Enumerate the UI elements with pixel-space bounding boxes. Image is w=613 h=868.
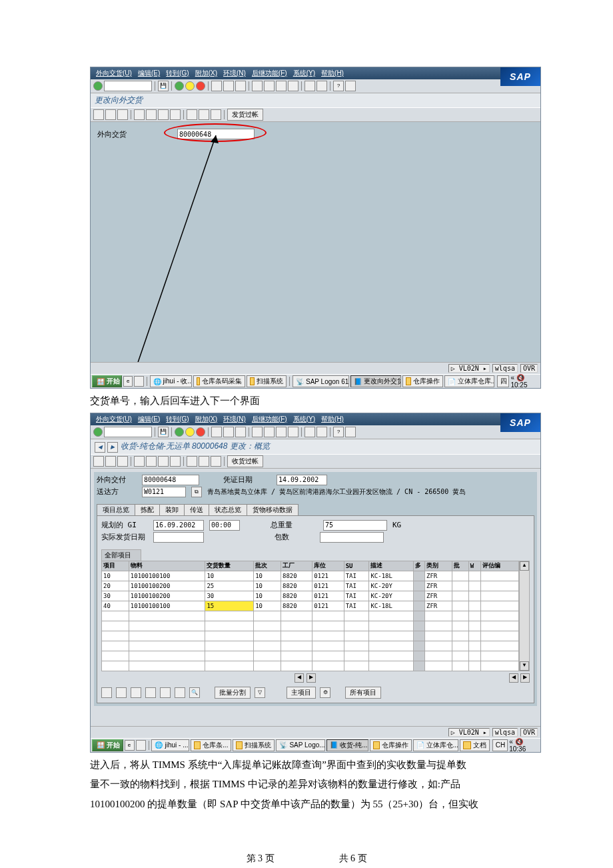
start-button[interactable]: 🪟 开始 — [92, 375, 122, 387]
table-row[interactable] — [102, 641, 519, 651]
menu-delivery[interactable]: 外向交货(U) — [96, 69, 132, 78]
col-header[interactable]: SU — [344, 561, 369, 571]
table-cell[interactable] — [312, 611, 344, 621]
menu-subseq[interactable]: 后继功能(F) — [252, 415, 287, 424]
table-cell[interactable] — [414, 661, 425, 671]
table-cell[interactable]: 15 — [205, 601, 254, 611]
quicklaunch-ie-icon[interactable]: e — [123, 376, 133, 387]
menu-goto[interactable]: 转到(G) — [166, 69, 189, 78]
table-cell[interactable] — [312, 641, 344, 651]
table-cell[interactable] — [425, 611, 452, 621]
table-cell[interactable] — [102, 641, 129, 651]
table-cell[interactable] — [452, 661, 468, 671]
table-cell[interactable] — [129, 621, 205, 631]
scroll-right-icon[interactable]: ▶ — [520, 673, 530, 683]
table-cell[interactable]: TAI — [344, 591, 369, 601]
delivery-field[interactable] — [142, 475, 199, 485]
new-session-icon[interactable] — [305, 81, 315, 91]
tb-icon-3[interactable] — [117, 109, 128, 120]
tb-icon-4[interactable] — [134, 109, 145, 120]
table-cell[interactable] — [254, 611, 281, 621]
table-cell[interactable]: 30 — [102, 591, 129, 601]
table-cell[interactable]: ZFR — [425, 591, 452, 601]
table-cell[interactable] — [452, 601, 468, 611]
table-cell[interactable] — [468, 621, 480, 631]
table-cell[interactable]: ZFR — [425, 581, 452, 591]
table-cell[interactable]: 10100100200 — [129, 591, 205, 601]
scroll-down-icon[interactable]: ▼ — [520, 661, 529, 671]
table-cell[interactable]: 20 — [102, 581, 129, 591]
task-item[interactable]: 仓库操作 — [370, 739, 412, 751]
table-cell[interactable] — [344, 651, 369, 661]
packages-field[interactable] — [320, 532, 384, 543]
post-goods-issue-button[interactable]: 发货过帐 — [227, 109, 263, 121]
table-cell[interactable]: KC-20Y — [369, 591, 414, 601]
table-cell[interactable]: 8820 — [281, 591, 312, 601]
enter-icon[interactable] — [93, 427, 103, 437]
tb-icon[interactable] — [134, 456, 145, 467]
table-cell[interactable] — [414, 621, 425, 631]
tab-transport[interactable]: 传送 — [184, 504, 209, 515]
next-page-icon[interactable] — [276, 427, 287, 437]
table-cell[interactable] — [344, 641, 369, 651]
save-icon[interactable]: 💾 — [158, 427, 169, 437]
table-cell[interactable]: 10 — [254, 571, 281, 581]
table-cell[interactable]: 25 — [205, 581, 254, 591]
table-cell[interactable] — [344, 621, 369, 631]
table-row[interactable] — [102, 651, 519, 661]
col-header[interactable]: 类别 — [425, 561, 452, 571]
table-row[interactable] — [102, 621, 519, 631]
findnext-icon[interactable] — [235, 81, 246, 91]
task-item[interactable]: 📡 SAP Logon 610 — [293, 375, 349, 387]
batch-split-button[interactable]: 批量分割 — [215, 687, 251, 699]
table-cell[interactable] — [281, 641, 312, 651]
table-cell[interactable] — [129, 631, 205, 641]
btn-icon[interactable] — [145, 687, 156, 698]
table-cell[interactable] — [102, 661, 129, 671]
tab-goods-movement[interactable]: 货物移动数据 — [247, 504, 299, 515]
table-cell[interactable] — [414, 571, 425, 581]
table-cell[interactable] — [481, 611, 519, 621]
menu-env[interactable]: 环境(N) — [223, 69, 246, 78]
task-item[interactable]: 🌐jihui - ... — [151, 739, 189, 751]
tb-icon[interactable] — [158, 456, 169, 467]
table-cell[interactable] — [414, 641, 425, 651]
col-header[interactable]: 交货数量 — [205, 561, 254, 571]
task-item[interactable]: 文档 — [460, 739, 489, 751]
table-cell[interactable] — [205, 651, 254, 661]
table-cell[interactable] — [425, 651, 452, 661]
find-icon[interactable] — [223, 427, 234, 437]
task-item-active[interactable]: 📘收货-纯... — [326, 739, 368, 751]
menu-edit[interactable]: 编辑(E) — [138, 415, 160, 424]
last-page-icon[interactable] — [288, 427, 299, 437]
print-icon[interactable] — [211, 427, 222, 437]
table-cell[interactable] — [254, 641, 281, 651]
exit-icon[interactable] — [185, 81, 195, 91]
tb-icon-1[interactable] — [93, 109, 104, 120]
findnext-icon[interactable] — [235, 427, 246, 437]
tb-icon-5[interactable] — [146, 109, 157, 120]
table-cell[interactable]: 8820 — [281, 601, 312, 611]
tb-icon[interactable] — [146, 456, 157, 467]
table-cell[interactable] — [468, 611, 480, 621]
menu-delivery[interactable]: 外向交货(U) — [96, 415, 132, 424]
task-item[interactable]: 扫描系统 — [247, 375, 287, 387]
table-cell[interactable]: TAI — [344, 571, 369, 581]
table-cell[interactable]: 10100100100 — [129, 601, 205, 611]
table-cell[interactable]: ZFR — [425, 571, 452, 581]
table-cell[interactable] — [369, 611, 414, 621]
btn-icon[interactable] — [175, 687, 185, 698]
col-header[interactable]: 多 — [414, 561, 425, 571]
table-cell[interactable] — [369, 661, 414, 671]
table-cell[interactable] — [452, 641, 468, 651]
tb-icon[interactable] — [199, 456, 209, 467]
table-cell[interactable] — [414, 601, 425, 611]
menu-env[interactable]: 环境(N) — [223, 415, 246, 424]
menu-goto[interactable]: 转到(G) — [166, 415, 189, 424]
table-cell[interactable] — [481, 661, 519, 671]
tb-icon[interactable] — [211, 456, 221, 467]
col-header[interactable]: 评估编 — [481, 561, 519, 571]
table-cell[interactable]: 8820 — [281, 571, 312, 581]
task-item-active[interactable]: 📘 更改向外交货 — [350, 375, 401, 387]
table-cell[interactable] — [281, 651, 312, 661]
